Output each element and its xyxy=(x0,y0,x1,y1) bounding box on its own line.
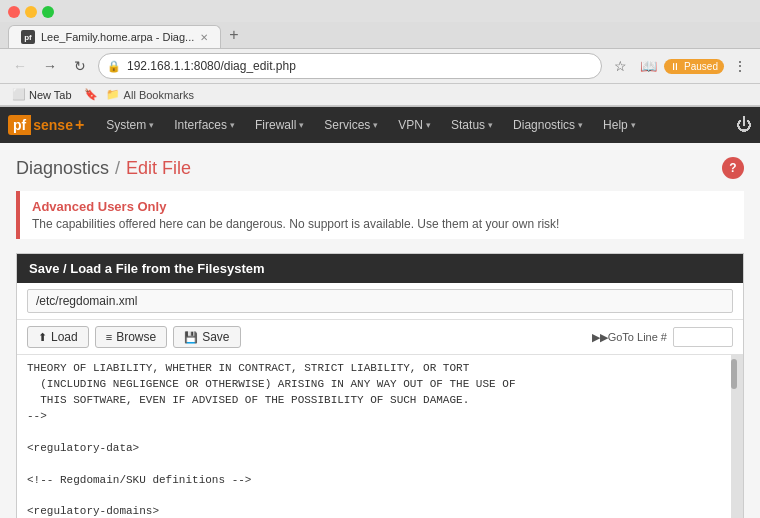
menu-button[interactable]: ⋮ xyxy=(728,54,752,78)
code-line xyxy=(27,457,727,473)
url-text: 192.168.1.1:8080/diag_edit.php xyxy=(127,59,296,73)
new-tab-button[interactable]: + xyxy=(221,22,246,48)
logo-text: sense xyxy=(31,117,75,133)
save-label: Save xyxy=(202,330,229,344)
bookmarks-folder-icon: 📁 xyxy=(106,88,120,101)
power-icon[interactable]: ⏻ xyxy=(736,116,752,133)
code-line xyxy=(27,425,727,441)
close-dot[interactable] xyxy=(8,6,20,18)
pause-icon: ⏸ xyxy=(670,61,680,72)
help-icon: ? xyxy=(729,161,736,175)
nav-arrow: ▾ xyxy=(488,120,493,130)
nav-arrow: ▾ xyxy=(631,120,636,130)
code-line: <!-- Regdomain/SKU definitions --> xyxy=(27,473,727,489)
load-label: Load xyxy=(51,330,78,344)
bookmarks-label-text: All Bookmarks xyxy=(124,89,194,101)
code-line: <regulatory-data> xyxy=(27,441,727,457)
newtab-icon: ⬜ xyxy=(12,88,26,101)
nav-menu: System▾ Interfaces▾ Firewall▾ Services▾ … xyxy=(96,110,646,140)
nav-arrow: ▾ xyxy=(578,120,583,130)
nav-right: ⏻ xyxy=(736,116,752,134)
page-content: Diagnostics / Edit File ? Advanced Users… xyxy=(0,143,760,518)
bookmarks-bar: ⬜ New Tab 🔖 📁 All Bookmarks xyxy=(0,84,760,106)
save-icon: 💾 xyxy=(184,331,198,344)
breadcrumb-separator: / xyxy=(115,158,120,179)
warning-text: The capabilities offered here can be dan… xyxy=(32,217,732,231)
load-button[interactable]: ⬆ Load xyxy=(27,326,89,348)
reading-list-button[interactable]: 📖 xyxy=(636,54,660,78)
goto-section: ▶▶GoTo Line # xyxy=(592,327,733,347)
nav-firewall[interactable]: Firewall▾ xyxy=(245,110,314,140)
paused-label: Paused xyxy=(684,61,718,72)
scrollbar[interactable] xyxy=(731,355,737,518)
tab-close-button[interactable]: ✕ xyxy=(200,32,208,43)
nav-system[interactable]: System▾ xyxy=(96,110,164,140)
file-path-input[interactable] xyxy=(27,289,733,313)
scrollbar-thumb[interactable] xyxy=(731,359,737,389)
nav-interfaces[interactable]: Interfaces▾ xyxy=(164,110,245,140)
code-line: (INCLUDING NEGLIGENCE OR OTHERWISE) ARIS… xyxy=(27,377,727,393)
browser-titlebar xyxy=(0,0,760,22)
nav-arrow: ▾ xyxy=(426,120,431,130)
browser-toolbar: ← → ↻ 🔒 192.168.1.1:8080/diag_edit.php ☆… xyxy=(0,49,760,84)
code-line: THIS SOFTWARE, EVEN IF ADVISED OF THE PO… xyxy=(27,393,727,409)
browse-button[interactable]: ≡ Browse xyxy=(95,326,167,348)
file-actions: ⬆ Load ≡ Browse 💾 Save ▶▶GoTo Line # xyxy=(17,320,743,355)
new-tab-bookmark[interactable]: ⬜ New Tab xyxy=(8,86,76,103)
help-button[interactable]: ? xyxy=(722,157,744,179)
warning-title: Advanced Users Only xyxy=(32,199,732,214)
browse-label: Browse xyxy=(116,330,156,344)
nav-diagnostics[interactable]: Diagnostics▾ xyxy=(503,110,593,140)
window-controls xyxy=(8,6,54,18)
warning-box: Advanced Users Only The capabilities off… xyxy=(16,191,744,239)
code-line: THEORY OF LIABILITY, WHETHER IN CONTRACT… xyxy=(27,361,727,377)
paused-badge: ⏸ Paused xyxy=(664,59,724,74)
bookmark-favicon: 🔖 xyxy=(84,88,98,101)
breadcrumb-parent: Diagnostics xyxy=(16,158,109,179)
maximize-dot[interactable] xyxy=(42,6,54,18)
nav-help[interactable]: Help▾ xyxy=(593,110,646,140)
logo-box: pf xyxy=(8,115,31,135)
nav-services[interactable]: Services▾ xyxy=(314,110,388,140)
code-line: <regulatory-domains> xyxy=(27,504,727,518)
new-tab-label: New Tab xyxy=(29,89,72,101)
breadcrumb-current: Edit File xyxy=(126,158,191,179)
toolbar-right: ☆ 📖 ⏸ Paused ⋮ xyxy=(608,54,752,78)
refresh-button[interactable]: ↻ xyxy=(68,54,92,78)
lock-icon: 🔒 xyxy=(107,60,121,73)
nav-vpn[interactable]: VPN▾ xyxy=(388,110,441,140)
file-panel-header: Save / Load a File from the Filesystem xyxy=(17,254,743,283)
code-line xyxy=(27,489,727,505)
goto-label: ▶▶GoTo Line # xyxy=(592,331,667,344)
nav-arrow: ▾ xyxy=(373,120,378,130)
save-button[interactable]: 💾 Save xyxy=(173,326,240,348)
load-icon: ⬆ xyxy=(38,331,47,344)
browser-chrome: pf Lee_Family.home.arpa - Diag... ✕ + ← … xyxy=(0,0,760,107)
pfsense-logo[interactable]: pf sense + xyxy=(8,115,84,135)
code-line: --> xyxy=(27,409,727,425)
tab-title: Lee_Family.home.arpa - Diag... xyxy=(41,31,194,43)
nav-status[interactable]: Status▾ xyxy=(441,110,503,140)
main-nav: pf sense + System▾ Interfaces▾ Firewall▾… xyxy=(0,107,760,143)
forward-button[interactable]: → xyxy=(38,54,62,78)
logo-plus: + xyxy=(75,116,84,134)
goto-line-input[interactable] xyxy=(673,327,733,347)
browse-icon: ≡ xyxy=(106,331,112,343)
breadcrumb: Diagnostics / Edit File ? xyxy=(16,157,744,179)
active-tab[interactable]: pf Lee_Family.home.arpa - Diag... ✕ xyxy=(8,25,221,48)
bookmark-star-button[interactable]: ☆ xyxy=(608,54,632,78)
nav-arrow: ▾ xyxy=(230,120,235,130)
file-panel: Save / Load a File from the Filesystem ⬆… xyxy=(16,253,744,518)
minimize-dot[interactable] xyxy=(25,6,37,18)
address-bar[interactable]: 🔒 192.168.1.1:8080/diag_edit.php xyxy=(98,53,602,79)
nav-arrow: ▾ xyxy=(149,120,154,130)
back-button[interactable]: ← xyxy=(8,54,32,78)
file-path-row xyxy=(17,283,743,320)
code-editor[interactable]: THEORY OF LIABILITY, WHETHER IN CONTRACT… xyxy=(17,355,743,518)
all-bookmarks[interactable]: 📁 All Bookmarks xyxy=(106,88,194,101)
nav-arrow: ▾ xyxy=(299,120,304,130)
tab-favicon: pf xyxy=(21,30,35,44)
